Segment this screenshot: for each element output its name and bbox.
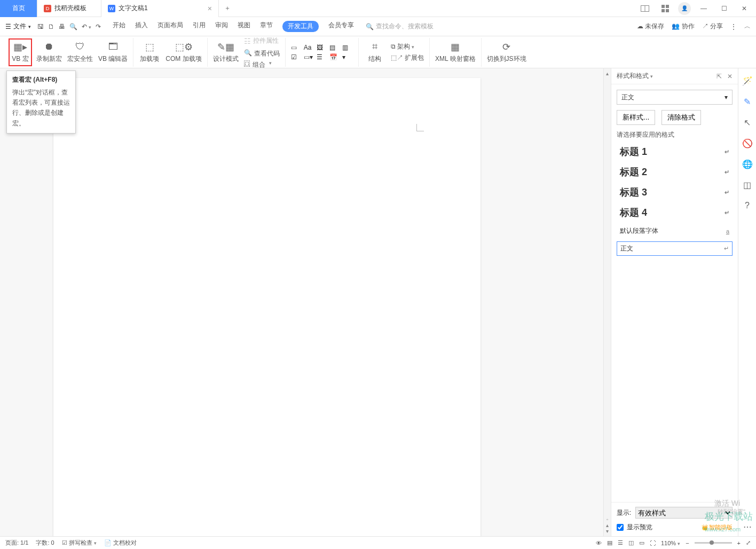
rail-help-icon[interactable]: ?	[745, 201, 750, 210]
menu-tab-member[interactable]: 会员专享	[328, 21, 354, 32]
menu-tab-pagelayout[interactable]: 页面布局	[158, 21, 183, 32]
close-panel-icon[interactable]: ✕	[727, 73, 733, 80]
close-window-button[interactable]: ✕	[737, 1, 752, 16]
view-outline-icon[interactable]: ▭	[639, 539, 644, 546]
file-menu[interactable]: ☰ 文件 ▾	[5, 22, 31, 31]
save-icon[interactable]: 🖫	[37, 23, 44, 30]
rail-select-icon[interactable]: ↖	[744, 117, 751, 128]
fit-page-icon[interactable]: ⛶	[650, 540, 656, 546]
xml-map-button[interactable]: ▦XML 映射窗格	[435, 41, 476, 64]
vb-editor-button[interactable]: 🗔VB 编辑器	[98, 41, 128, 64]
command-search[interactable]: 🔍 查找命令、搜索模板	[366, 22, 434, 31]
menu-tab-sections[interactable]: 章节	[260, 21, 273, 32]
rail-outline-icon[interactable]: ◫	[743, 180, 751, 190]
record-macro-button[interactable]: ⏺录制新宏	[36, 41, 62, 64]
structure-button[interactable]: ⌗结构	[364, 41, 385, 64]
ctrl-block-icon[interactable]: ▤	[329, 44, 340, 51]
tab-home[interactable]: 首页	[0, 0, 37, 17]
ctrl-combo-icon[interactable]: ▭▾	[304, 53, 314, 61]
tab-templates[interactable]: D 找稻壳模板	[37, 0, 101, 17]
menu-tab-start[interactable]: 开始	[113, 21, 125, 32]
more-menu-icon[interactable]: ⋮	[730, 23, 737, 30]
grid-icon[interactable]	[658, 1, 673, 16]
ctrl-date-icon[interactable]: 📅	[329, 53, 340, 61]
page-1[interactable]	[53, 78, 481, 536]
view-read-icon[interactable]: ◫	[628, 539, 634, 546]
collab-button[interactable]: 👥 协作	[672, 22, 694, 31]
ctrl-image-icon[interactable]: 🖼	[317, 44, 327, 51]
scrollbar-left-of-panel[interactable]: ▴ ◦ ▴ ▾	[603, 68, 611, 536]
switch-js-button[interactable]: ⟳切换到JS环境	[487, 41, 526, 64]
layout-1-icon[interactable]	[637, 1, 652, 16]
ctrl-legacy-icon[interactable]: ▾	[342, 53, 353, 61]
status-proofread[interactable]: 📄 文档校对	[104, 539, 137, 547]
rail-translate-icon[interactable]: 🌐	[742, 159, 753, 169]
menu-tab-developer[interactable]: 开发工具	[282, 21, 319, 32]
ctrl-list-icon[interactable]: ☰	[317, 53, 327, 61]
combine-button[interactable]: ⿴组合	[244, 60, 280, 69]
menu-tab-insert[interactable]: 插入	[135, 21, 148, 32]
zoom-in-icon[interactable]: +	[737, 540, 741, 546]
menu-tab-review[interactable]: 审阅	[215, 21, 228, 32]
ctrl-textbox-icon[interactable]: ▭	[291, 44, 302, 51]
status-wordcount[interactable]: 字数: 0	[36, 539, 54, 547]
style-heading-3[interactable]: 标题 3↵	[617, 184, 733, 200]
unsaved-indicator[interactable]: ☁ 未保存	[637, 22, 664, 31]
expansion-button[interactable]: ⬚↗ 扩展包	[391, 53, 424, 62]
share-button[interactable]: ↗ 分享	[702, 22, 723, 31]
design-mode-button[interactable]: ✎▦设计模式	[213, 41, 239, 64]
scroll-up-icon[interactable]: ▴	[606, 70, 609, 76]
style-body-text[interactable]: 正文↵	[617, 241, 733, 256]
status-eye-icon[interactable]: 👁	[596, 540, 602, 546]
scroll-dot-icon[interactable]: ◦	[607, 516, 609, 522]
view-web-icon[interactable]: ☰	[618, 539, 623, 546]
pin-icon[interactable]: ⇱	[716, 73, 722, 80]
status-page[interactable]: 页面: 1/1	[5, 539, 28, 547]
document-canvas[interactable]	[0, 68, 603, 536]
scroll-dbl-up-icon[interactable]: ▴	[606, 522, 609, 528]
menu-tab-references[interactable]: 引用	[193, 21, 206, 32]
redo-icon[interactable]: ↷	[96, 23, 101, 30]
minimize-button[interactable]: —	[696, 1, 711, 16]
view-print-icon[interactable]: ▤	[607, 539, 612, 546]
status-spellcheck[interactable]: ☑ 拼写检查	[62, 539, 97, 547]
clear-format-button[interactable]: 清除格式	[662, 110, 701, 125]
user-avatar[interactable]: 👤	[678, 2, 691, 15]
rail-styles-icon[interactable]: ✎	[744, 97, 751, 107]
ctrl-check-icon[interactable]: ☑	[291, 53, 302, 61]
style-heading-2[interactable]: 标题 2↵	[617, 164, 733, 180]
addins-button[interactable]: ⬚加载项	[139, 41, 160, 64]
style-heading-1[interactable]: 标题 1↵	[617, 144, 733, 160]
scroll-dbl-down-icon[interactable]: ▾	[606, 528, 609, 534]
rail-assistant-icon[interactable]: 🪄	[742, 76, 753, 86]
new-style-button[interactable]: 新样式...	[617, 110, 655, 125]
panel-title[interactable]: 样式和格式	[617, 72, 653, 81]
vb-macro-button[interactable]: ▦▸VB 宏	[10, 40, 31, 65]
com-addins-button[interactable]: ⬚⚙COM 加载项	[166, 41, 201, 64]
tab-document-1[interactable]: W 文字文稿1 ×	[101, 0, 219, 17]
maximize-button[interactable]: ☐	[716, 1, 731, 16]
current-style-select[interactable]: 正文▾	[617, 90, 733, 105]
collapse-ribbon-icon[interactable]: ︿	[744, 22, 751, 31]
style-heading-4[interactable]: 标题 4↵	[617, 205, 733, 221]
show-preview-checkbox[interactable]: 显示预览	[617, 523, 652, 532]
fullscreen-icon[interactable]: ⤢	[746, 539, 751, 546]
print-preview-icon[interactable]: 🗋	[48, 23, 54, 30]
zoom-out-icon[interactable]: −	[686, 540, 689, 546]
style-default-font[interactable]: 默认段落字体a	[617, 225, 733, 237]
ctrl-gallery-icon[interactable]: ▥	[342, 44, 353, 51]
print-icon[interactable]: 🖶	[59, 23, 65, 30]
right-rail: 🪄 ✎ ↖ 🚫 🌐 ◫ ? ⋯	[738, 68, 756, 536]
zoom-slider[interactable]	[695, 542, 732, 544]
zoom-level[interactable]: 110%	[661, 540, 680, 546]
macro-security-button[interactable]: 🛡宏安全性	[67, 41, 93, 64]
menu-tab-view[interactable]: 视图	[238, 21, 250, 32]
new-tab-button[interactable]: ＋	[219, 4, 236, 13]
ctrl-rtf-icon[interactable]: Aa	[304, 44, 314, 51]
frame-button[interactable]: ⧉ 架构	[391, 42, 424, 51]
view-code-button[interactable]: 🔍查看代码	[244, 49, 280, 58]
rail-limit-icon[interactable]: 🚫	[742, 138, 753, 148]
close-icon[interactable]: ×	[208, 4, 212, 13]
undo-icon[interactable]: ↶	[82, 23, 91, 30]
preview-icon[interactable]: 🔍	[69, 23, 77, 30]
